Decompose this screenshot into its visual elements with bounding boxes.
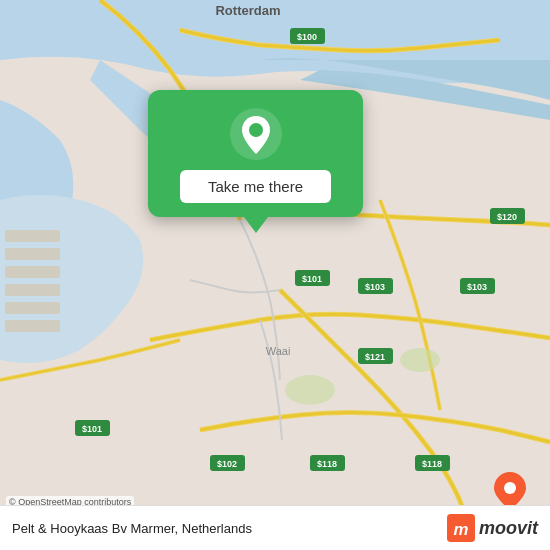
svg-text:$118: $118	[317, 459, 337, 469]
svg-text:$103: $103	[467, 282, 487, 292]
svg-text:Waai: Waai	[266, 345, 291, 357]
svg-rect-5	[5, 302, 60, 314]
svg-text:m: m	[454, 520, 469, 539]
svg-text:$102: $102	[217, 459, 237, 469]
svg-rect-1	[5, 230, 60, 242]
svg-text:Rotterdam: Rotterdam	[215, 3, 280, 18]
svg-text:$101: $101	[302, 274, 322, 284]
svg-text:$100: $100	[297, 32, 317, 42]
moovit-text: moovit	[479, 518, 538, 539]
svg-text:$118: $118	[422, 459, 442, 469]
svg-rect-6	[5, 320, 60, 332]
svg-point-29	[285, 375, 335, 405]
svg-text:$120: $120	[497, 212, 517, 222]
location-pin-icon	[230, 108, 282, 160]
map-container: $100 $101 $101 $103 $103 $120 $121 $118 …	[0, 0, 550, 550]
svg-text:$103: $103	[365, 282, 385, 292]
svg-text:$101: $101	[82, 424, 102, 434]
svg-point-34	[249, 123, 263, 137]
moovit-m-icon: m	[447, 514, 475, 542]
bottom-bar: Pelt & Hooykaas Bv Marmer, Netherlands m…	[0, 505, 550, 550]
location-name: Pelt & Hooykaas Bv Marmer, Netherlands	[12, 521, 252, 536]
svg-point-32	[504, 482, 516, 494]
map-background: $100 $101 $101 $103 $103 $120 $121 $118 …	[0, 0, 550, 550]
svg-rect-4	[5, 284, 60, 296]
take-me-there-button[interactable]: Take me there	[180, 170, 331, 203]
popup-card: Take me there	[148, 90, 363, 217]
svg-rect-2	[5, 248, 60, 260]
svg-rect-3	[5, 266, 60, 278]
moovit-logo: m moovit	[447, 514, 538, 542]
svg-point-30	[400, 348, 440, 372]
svg-text:$121: $121	[365, 352, 385, 362]
